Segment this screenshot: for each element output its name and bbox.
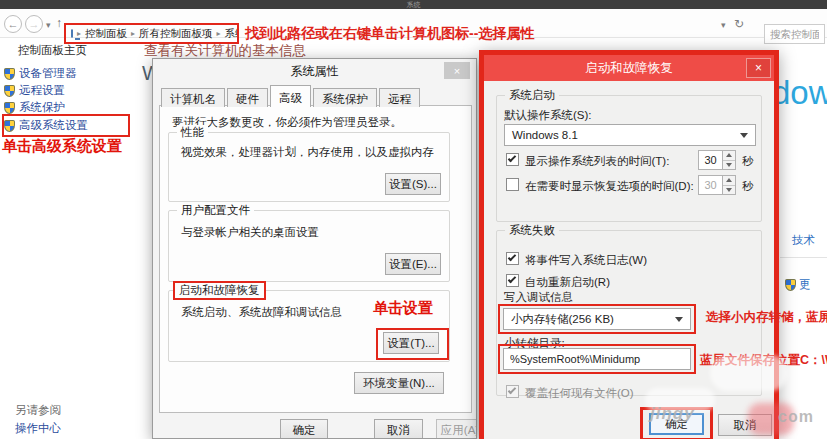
path-annotation: 找到此路径或在右键单击计算机图标--选择属性 (245, 25, 534, 43)
dump-dir-annotation: 蓝屏文件保存位置C：\Wind (700, 352, 827, 369)
tab-remote[interactable]: 远程 (379, 88, 420, 107)
spinner-buttons[interactable] (723, 175, 736, 195)
environment-variables-button[interactable]: 环境变量(N)... (354, 372, 444, 394)
close-icon: × (755, 61, 762, 75)
chevron-down-icon (675, 317, 683, 322)
breadcrumb-all-items[interactable]: 所有控制面板项 (139, 27, 213, 41)
performance-desc: 视觉效果，处理器计划，内存使用，以及虚拟内存 (181, 145, 434, 160)
back-icon: ← (8, 18, 19, 30)
dump-dir-input[interactable] (503, 348, 691, 370)
watermark-text: com (778, 408, 814, 426)
breadcrumb-control-panel[interactable]: 控制面板 (85, 27, 127, 41)
arrow-up-icon (726, 178, 732, 182)
address-dropdown-icon[interactable]: ▾ (721, 20, 726, 30)
action-center-link[interactable]: 操作中心 (15, 421, 61, 436)
chevron-right-icon: ▸ (77, 29, 81, 38)
sidebar-item-label: 系统保护 (19, 100, 65, 115)
history-dropdown-icon[interactable]: ▾ (46, 20, 51, 30)
uac-shield-icon (4, 68, 15, 80)
spinner-down[interactable] (723, 160, 735, 170)
refresh-icon[interactable]: ↻ (734, 17, 744, 31)
spinner-up[interactable] (723, 176, 735, 185)
spinner-up[interactable] (723, 151, 735, 160)
default-os-value: Windows 8.1 (512, 129, 578, 141)
apply-button[interactable]: 应用(A) (436, 419, 477, 439)
sidebar-home-link[interactable]: 控制面板主页 (18, 43, 87, 58)
seconds-label: 秒 (742, 179, 754, 194)
tab-advanced[interactable]: 高级 (270, 85, 311, 107)
system-properties-dialog: 系统属性 × 计算机名 硬件 高级 系统保护 远程 要进行大多数更改，你必须作为… (152, 58, 477, 439)
sidebar-item-system-protection[interactable]: 系统保护 (4, 100, 65, 115)
overwrite-label: 覆盖任何现有文件(O) (525, 386, 634, 401)
write-event-log-label: 将事件写入系统日志(W) (525, 253, 647, 268)
ok-button[interactable]: 确定 (280, 419, 328, 439)
cancel-button[interactable]: 取消 (718, 414, 772, 436)
close-icon: × (454, 65, 460, 77)
background-link-label: 更 (799, 277, 811, 292)
write-event-log-checkbox[interactable] (506, 252, 519, 265)
user-profile-settings-button[interactable]: 设置(E)... (385, 253, 441, 275)
check-icon (508, 386, 516, 394)
breadcrumb-system[interactable]: 系统 (225, 27, 239, 41)
uac-shield-icon (4, 85, 15, 97)
cancel-button[interactable]: 取消 (374, 419, 423, 439)
breadcrumb[interactable]: ▸ 控制面板 ▸ 所有控制面板项 ▸ 系统 (64, 23, 239, 44)
uac-shield-icon (4, 102, 15, 114)
check-icon (508, 253, 516, 261)
user-profile-legend: 用户配置文件 (177, 203, 254, 218)
dump-type-annotation: 选择小内存转储，蓝屏时用来 (706, 309, 827, 326)
performance-legend: 性能 (177, 125, 208, 140)
background-windows-edition-text: dow (772, 74, 827, 112)
os-list-time-value: 30 (698, 150, 723, 170)
startup-recovery-desc: 系统启动、系统故障和调试信息 (181, 305, 342, 320)
spinner-down[interactable] (723, 185, 735, 195)
show-os-list-checkbox[interactable] (506, 153, 519, 166)
forward-button[interactable]: → (25, 15, 43, 33)
tab-strip: 计算机名 硬件 高级 系统保护 远程 (161, 85, 422, 107)
navigation-bar: ← → ▾ ↑ ▸ 控制面板 ▸ 所有控制面板项 ▸ 系统 找到此路径或在右键单… (0, 9, 827, 38)
close-button[interactable]: × (746, 58, 771, 78)
tab-hardware[interactable]: 硬件 (227, 88, 268, 107)
arrow-down-icon (726, 163, 732, 167)
annotation-box-advanced-settings (2, 114, 130, 137)
uac-shield-icon (785, 279, 796, 291)
dialog-body: 系统启动 默认操作系统(S): Windows 8.1 显示操作系统列表的时间(… (484, 81, 774, 439)
tab-computer-name[interactable]: 计算机名 (161, 88, 225, 107)
sidebar-item-label: 设备管理器 (19, 66, 77, 81)
close-button[interactable]: × (444, 62, 470, 79)
show-recovery-options-checkbox[interactable] (506, 178, 519, 191)
default-os-combobox[interactable]: Windows 8.1 (504, 124, 756, 146)
background-support-link[interactable]: 技术 (792, 233, 815, 248)
screen: 系统 ← → ▾ ↑ ▸ 控制面板 ▸ 所有控制面板项 ▸ 系统 找到此路径或在… (0, 0, 827, 439)
user-profile-desc: 与登录帐户相关的桌面设置 (181, 225, 319, 240)
ok-button[interactable]: 确定 (649, 413, 704, 435)
debug-info-label: 写入调试信息 (504, 290, 573, 305)
spinner-buttons[interactable] (723, 150, 736, 170)
click-settings-annotation: 单击设置 (373, 299, 433, 318)
performance-group: 性能 视觉效果，处理器计划，内存使用，以及虚拟内存 设置(S)... (168, 132, 450, 202)
dump-type-combobox[interactable]: 小内存转储(256 KB) (503, 308, 691, 330)
background-shield-link[interactable]: 更 (785, 277, 811, 292)
sidebar-item-remote-settings[interactable]: 远程设置 (4, 83, 65, 98)
auto-restart-checkbox[interactable] (506, 274, 519, 287)
recovery-time-spinner[interactable]: 30 (698, 175, 736, 195)
up-button[interactable]: ↑ (56, 16, 62, 30)
user-profile-group: 用户配置文件 与登录帐户相关的桌面设置 设置(E)... (168, 210, 450, 282)
window-title: 系统 (407, 1, 421, 8)
sidebar-item-device-manager[interactable]: 设备管理器 (4, 66, 77, 81)
performance-settings-button[interactable]: 设置(S)... (385, 173, 441, 195)
dialog-title: 启动和故障恢复 (484, 55, 774, 81)
back-button[interactable]: ← (4, 15, 22, 33)
tab-system-protection[interactable]: 系统保护 (313, 88, 377, 107)
startup-recovery-legend: 启动和故障恢复 (173, 281, 266, 300)
system-failure-legend: 系统失败 (505, 223, 559, 238)
search-input[interactable] (764, 24, 825, 44)
system-startup-legend: 系统启动 (505, 88, 559, 103)
overwrite-checkbox[interactable] (506, 385, 519, 398)
os-list-time-spinner[interactable]: 30 (698, 150, 736, 170)
startup-settings-button[interactable]: 设置(T)... (383, 332, 439, 354)
tab-page-advanced: 要进行大多数更改，你必须作为管理员登录。 性能 视觉效果，处理器计划，内存使用，… (159, 105, 472, 413)
divider (780, 257, 827, 258)
show-os-list-label: 显示操作系统列表的时间(T): (525, 154, 669, 169)
chevron-right-icon: ▸ (217, 29, 221, 38)
